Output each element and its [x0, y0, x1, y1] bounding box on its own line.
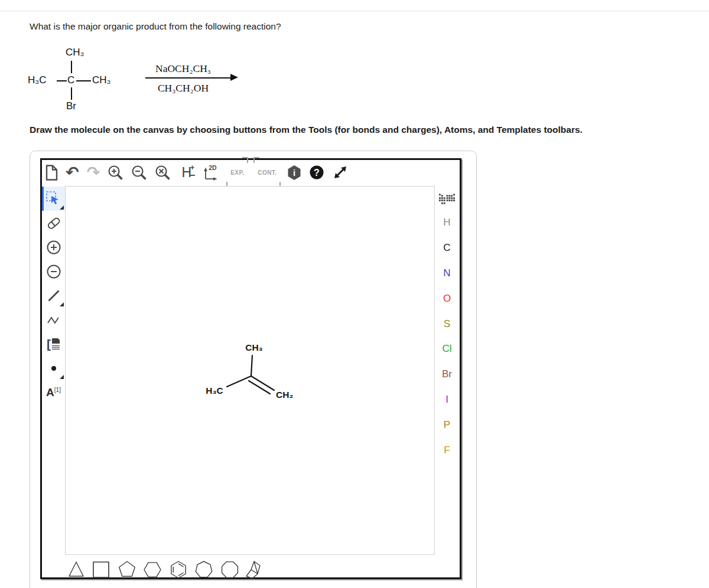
selection-rectangle-icon — [45, 191, 61, 207]
template-cyclohexane[interactable] — [144, 563, 161, 577]
single-bond-tool-button[interactable] — [42, 283, 65, 308]
plus-charge-icon — [46, 240, 61, 255]
substrate-bromine: Br — [66, 100, 76, 112]
help-icon: ? — [309, 165, 324, 180]
zoom-out-button[interactable] — [131, 162, 147, 182]
substrate-top-methyl: CH₃ — [66, 47, 84, 58]
bond-right — [76, 80, 91, 81]
canvas-molecule[interactable]: CH₃ H₃C CH₂ — [195, 332, 304, 406]
h-minus-sign: − — [190, 170, 195, 181]
atom-button-c[interactable]: C — [435, 236, 458, 261]
molecule-bond-left[interactable] — [227, 376, 251, 387]
eraser-tool-button[interactable] — [42, 211, 65, 235]
template-cyclopropane[interactable] — [69, 562, 83, 576]
single-bond-icon — [46, 288, 61, 303]
corner-mark — [242, 157, 248, 163]
dropdown-corner — [60, 375, 64, 379]
molecule-label-ch2[interactable]: CH₂ — [276, 390, 293, 400]
minus-charge-icon — [46, 264, 61, 279]
molecule-label-h3c[interactable]: H₃C — [206, 386, 223, 396]
clean-2d-label: 2D — [209, 164, 216, 171]
zoom-in-icon — [108, 165, 123, 181]
atom-button-cl[interactable]: Cl — [435, 337, 458, 362]
implicit-hydrogen-charge-button[interactable]: H + − — [178, 164, 194, 181]
new-document-icon — [45, 165, 58, 181]
contract-abbreviation-button[interactable]: CONT. — [255, 159, 279, 186]
molecule-double-bond-inner[interactable] — [249, 381, 270, 394]
svg-text:?: ? — [314, 168, 320, 178]
periodic-table-icon — [439, 194, 455, 205]
page: What is the major organic product from t… — [0, 0, 709, 588]
atom-button-br[interactable]: Br — [435, 362, 458, 387]
atom-map-icon: A[1] — [46, 386, 61, 399]
zoom-reset-icon — [155, 165, 171, 181]
atom-button-f[interactable]: F — [435, 437, 458, 463]
substrate-left-methyl: H₃C — [28, 74, 46, 86]
molecule-label-ch3[interactable]: CH₃ — [245, 342, 263, 352]
instruction-text: Draw the molecule on the canvas by choos… — [30, 125, 697, 135]
atom-button-h[interactable]: H — [435, 210, 458, 236]
dropdown-corner — [60, 205, 64, 210]
radical-tool-button[interactable] — [42, 356, 65, 380]
bond-top — [71, 61, 72, 73]
fullscreen-expand-icon — [332, 164, 349, 181]
bond-bottom — [71, 87, 72, 100]
substrate-right-methyl: CH₃ — [92, 74, 110, 86]
svg-text:i: i — [293, 167, 295, 177]
decrease-charge-button[interactable] — [42, 259, 65, 283]
bond-left — [57, 80, 67, 81]
atom-button-n[interactable]: N — [435, 261, 458, 286]
chain-icon — [46, 313, 61, 326]
group-stack-icon — [51, 338, 60, 351]
contract-abbreviation-label: CONT. — [258, 169, 277, 176]
bracket-glyph: [ — [47, 337, 51, 351]
atom-button-p[interactable]: P — [435, 412, 458, 437]
increase-charge-button[interactable] — [42, 235, 65, 259]
zoom-out-icon — [131, 165, 147, 181]
template-cyclopentane[interactable] — [119, 561, 135, 576]
substrate-central-carbon: C — [67, 74, 74, 86]
undo-icon: ↶ — [66, 165, 79, 181]
reagent-above-arrow: NaOCH₂CH₃ — [142, 63, 225, 75]
reaction-arrow-head — [230, 74, 238, 81]
clean-2d-button[interactable]: 2D — [202, 164, 220, 181]
periodic-table-button[interactable] — [435, 189, 458, 210]
undo-button[interactable]: ↶ — [66, 162, 79, 182]
eraser-icon — [45, 215, 62, 231]
radical-dot-icon — [51, 366, 56, 371]
top-divider — [0, 11, 709, 11]
dropdown-corner — [60, 302, 64, 306]
template-norbornane[interactable] — [246, 561, 260, 579]
fullscreen-button[interactable] — [332, 162, 349, 182]
redo-button[interactable]: ↷ — [87, 162, 100, 182]
help-button[interactable]: ? — [309, 162, 324, 182]
template-cyclooctane[interactable] — [222, 562, 238, 578]
reagent-below-arrow: CH₃CH₂OH — [142, 82, 225, 94]
molecule-bond-top[interactable] — [251, 355, 252, 376]
info-button[interactable]: i — [287, 162, 301, 182]
template-cyclobutane[interactable] — [93, 562, 109, 577]
zoom-reset-button[interactable] — [155, 162, 171, 182]
editor-atoms-toolbar: H C N O S Cl Br I P F — [434, 189, 460, 463]
atom-button-o[interactable]: O — [435, 286, 458, 311]
editor-tools-toolbar: [ A[1] — [42, 187, 65, 404]
atom-map-tool-button[interactable]: A[1] — [42, 380, 65, 404]
abbreviated-group-tool-button[interactable]: [ — [42, 332, 65, 356]
molecule-double-bond-outer[interactable] — [251, 376, 274, 390]
template-cycloheptane[interactable] — [196, 561, 212, 577]
expand-abbreviation-button[interactable]: EXP. — [227, 159, 247, 186]
corner-mark — [253, 157, 259, 163]
editor-templates-toolbar — [66, 558, 270, 581]
zoom-in-button[interactable] — [108, 162, 123, 182]
atom-button-i[interactable]: I — [435, 387, 458, 413]
redo-icon: ↷ — [87, 165, 100, 181]
atom-button-s[interactable]: S — [435, 311, 458, 337]
chain-tool-button[interactable] — [42, 308, 65, 332]
new-document-button[interactable] — [45, 162, 58, 182]
info-hexagon-icon: i — [287, 165, 301, 181]
question-text: What is the major organic product from t… — [30, 21, 281, 32]
expand-abbreviation-label: EXP. — [230, 169, 244, 176]
selection-tool-button[interactable] — [42, 187, 65, 211]
editor-top-toolbar: ↶ ↷ H + — [45, 162, 349, 183]
template-benzene[interactable] — [171, 561, 186, 578]
